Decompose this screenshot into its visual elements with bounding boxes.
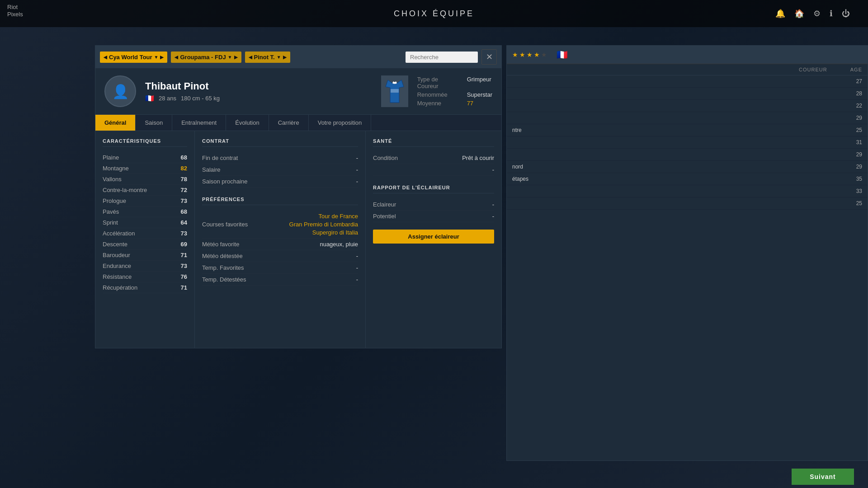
list-item[interactable]: 33 — [507, 185, 868, 197]
tab-general[interactable]: Général — [95, 115, 136, 131]
avatar: 👤 — [104, 75, 136, 107]
info-icon[interactable]: ℹ — [830, 9, 833, 19]
characteristic-row: Résistance76 — [103, 272, 187, 282]
preferences-title: PRÉFÉRENCES — [202, 197, 358, 205]
filter-player[interactable]: ◀ Pinot T. ▼ ▶ — [245, 52, 290, 63]
char-value: 73 — [181, 197, 187, 204]
filter3-label: Pinot T. — [254, 54, 275, 61]
salaire-row: Salaire - — [202, 164, 358, 176]
player-meta: 🇫🇷 28 ans 180 cm - 65 kg — [145, 94, 372, 103]
contract-preferences-column: CONTRAT Fin de contrat - Salaire - Saiso… — [195, 131, 366, 348]
condition-label: Condition — [373, 155, 398, 161]
tab-entrainement[interactable]: Entraînement — [172, 115, 226, 131]
tab-carriere[interactable]: Carrière — [269, 115, 309, 131]
saison-row: Saison prochaine - — [202, 176, 358, 188]
eclaireur-label: Eclaireur — [373, 201, 396, 208]
assign-scout-button[interactable]: Assigner éclaireur — [373, 230, 494, 244]
char-value: 68 — [181, 154, 187, 161]
characteristic-row: Sprint64 — [103, 217, 187, 228]
temp-fav-label: Temp. Favorites — [202, 264, 244, 271]
jersey — [381, 75, 408, 107]
power-icon[interactable]: ⏻ — [842, 9, 850, 19]
arrow-right-team-icon[interactable]: ▶ — [234, 55, 238, 60]
list-item[interactable]: 25 — [507, 197, 868, 210]
type-value: Grimpeur — [467, 76, 491, 89]
row-age: 33 — [844, 188, 862, 194]
moyenne-value: 77 — [467, 100, 473, 107]
dropdown-team-icon[interactable]: ▼ — [228, 55, 232, 60]
filter-bar: ◀ Cya World Tour ▼ ▶ ◀ Groupama - FDJ ▼ … — [95, 46, 501, 68]
char-name: Vallons — [103, 176, 122, 183]
home-icon[interactable]: 🏠 — [794, 9, 804, 19]
char-value: 68 — [181, 208, 187, 215]
arrow-right-icon[interactable]: ▶ — [160, 55, 164, 60]
next-button[interactable]: Suivant — [792, 469, 854, 485]
logo-line1: Riot — [7, 4, 23, 11]
arrow-left-team-icon[interactable]: ◀ — [175, 55, 178, 60]
arrow-right-player-icon[interactable]: ▶ — [283, 55, 287, 60]
list-item[interactable]: 27 — [507, 75, 868, 88]
char-name: Baroudeur — [103, 252, 130, 258]
char-value: 72 — [181, 187, 187, 193]
tab-proposition[interactable]: Votre proposition — [309, 115, 372, 131]
characteristic-row: Vallons78 — [103, 174, 187, 185]
row-age: 28 — [844, 90, 862, 97]
health-scout-column: SANTÉ Condition Prêt à courir - RAPPORT … — [366, 131, 501, 348]
char-name: Récupération — [103, 284, 137, 291]
logo: Riot Pixels — [7, 4, 23, 18]
list-item[interactable]: nord 29 — [507, 161, 868, 173]
arrow-left-icon[interactable]: ◀ — [104, 55, 107, 60]
filter2-label: Groupama - FDJ — [180, 54, 226, 61]
characteristic-row: Accélération73 — [103, 228, 187, 239]
race-3: Supergiro di Italia — [289, 229, 358, 236]
courses-favorites-row: Courses favorites Tour de France Gran Pr… — [202, 211, 358, 239]
courses-label: Courses favorites — [202, 221, 248, 228]
dropdown-icon[interactable]: ▼ — [154, 55, 159, 60]
bell-icon[interactable]: 🔔 — [775, 9, 785, 19]
char-value: 73 — [181, 263, 187, 269]
close-button[interactable]: ✕ — [481, 49, 497, 65]
list-item[interactable]: 28 — [507, 88, 868, 100]
condition-value: Prêt à courir — [462, 155, 494, 161]
saison-label: Saison prochaine — [202, 178, 247, 185]
row-age: 22 — [844, 103, 862, 109]
tab-evolution[interactable]: Évolution — [226, 115, 269, 131]
top-icons: 🔔 🏠 ⚙ ℹ ⏻ — [757, 0, 868, 27]
flag-icon: 🇫🇷 — [145, 94, 154, 103]
row-age: 29 — [844, 151, 862, 158]
main-panel: ◀ Cya World Tour ▼ ▶ ◀ Groupama - FDJ ▼ … — [95, 45, 502, 348]
list-item[interactable]: ntre 25 — [507, 124, 868, 136]
characteristics-title: CARACTÉRISTIQUES — [103, 138, 187, 147]
meteo-det-value: - — [356, 253, 358, 259]
player-stats: Type de Coureur Grimpeur Renommée Supers… — [417, 76, 492, 107]
list-item[interactable]: étapes 35 — [507, 173, 868, 185]
team-rows-container: 27 28 22 29 ntre 25 31 29 nord — [507, 75, 868, 210]
health-extra-value: - — [492, 166, 494, 173]
list-item[interactable]: 31 — [507, 136, 868, 149]
content-area: CARACTÉRISTIQUES Plaine68Montagne82Vallo… — [95, 131, 501, 348]
characteristics-list: Plaine68Montagne82Vallons78Contre-la-mon… — [103, 152, 187, 293]
char-name: Endurance — [103, 263, 131, 269]
temp-det-label: Temp. Détestées — [202, 276, 246, 283]
row-age: 29 — [844, 164, 862, 170]
star-1: ★ — [512, 51, 519, 58]
list-item[interactable]: 22 — [507, 100, 868, 112]
saison-value: - — [356, 178, 358, 185]
list-item[interactable]: 29 — [507, 112, 868, 124]
tab-saison[interactable]: Saison — [136, 115, 172, 131]
settings-icon[interactable]: ⚙ — [813, 9, 821, 19]
char-name: Accélération — [103, 230, 135, 237]
characteristic-row: Pavés68 — [103, 206, 187, 217]
dropdown-player-icon[interactable]: ▼ — [277, 55, 281, 60]
eclaireur-row: Eclaireur - — [373, 199, 494, 211]
eclaireur-value: - — [492, 201, 494, 208]
player-name: Thibaut Pinot — [145, 80, 372, 92]
arrow-left-player-icon[interactable]: ◀ — [249, 55, 252, 60]
list-item[interactable]: 29 — [507, 149, 868, 161]
filter-world-tour[interactable]: ◀ Cya World Tour ▼ ▶ — [100, 52, 167, 63]
country-flag: 🇫🇷 — [557, 49, 568, 60]
temp-fav-row: Temp. Favorites - — [202, 262, 358, 274]
search-input[interactable] — [406, 52, 478, 63]
filter-team[interactable]: ◀ Groupama - FDJ ▼ ▶ — [171, 52, 241, 63]
char-name: Descente — [103, 241, 127, 248]
